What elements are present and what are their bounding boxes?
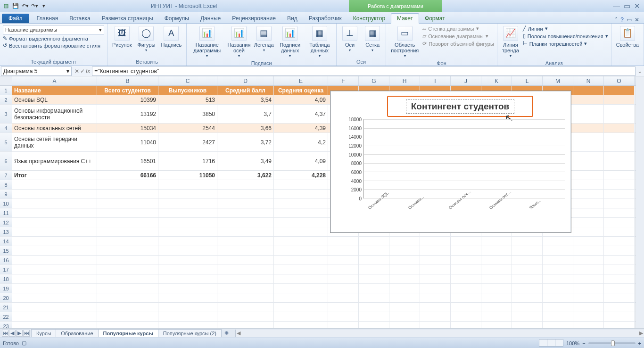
- cell[interactable]: [217, 227, 274, 236]
- next-sheet-icon[interactable]: ▶: [16, 330, 23, 337]
- cell[interactable]: [328, 293, 359, 302]
- row-header[interactable]: 18: [0, 274, 12, 283]
- row-header[interactable]: 16: [0, 256, 12, 265]
- cell[interactable]: [158, 303, 217, 312]
- redo-icon[interactable]: ↷▾: [30, 2, 39, 10]
- cell[interactable]: [328, 322, 359, 328]
- cell[interactable]: [97, 237, 158, 246]
- cell[interactable]: [359, 274, 389, 283]
- cell[interactable]: [604, 256, 635, 265]
- cell[interactable]: [604, 303, 635, 312]
- row-header[interactable]: 4: [0, 124, 12, 133]
- cell[interactable]: [158, 227, 217, 236]
- cell[interactable]: 1716: [158, 152, 217, 170]
- legend-button[interactable]: ▤Легенда▾: [254, 25, 274, 54]
- col-header-J[interactable]: J: [451, 76, 481, 85]
- cell[interactable]: [359, 303, 389, 312]
- cell[interactable]: 513: [158, 95, 217, 104]
- row-header[interactable]: 13: [0, 227, 12, 236]
- cell[interactable]: [274, 293, 328, 302]
- plot-area[interactable]: 0200040006000800010000120001400016000180…: [345, 119, 565, 227]
- cell[interactable]: 3850: [158, 105, 217, 123]
- cell[interactable]: [573, 208, 604, 217]
- cell[interactable]: [604, 265, 635, 274]
- cell[interactable]: [274, 227, 328, 236]
- cell[interactable]: [274, 303, 328, 312]
- cell[interactable]: 4,37: [274, 105, 328, 123]
- col-header-O[interactable]: O: [604, 76, 635, 85]
- data-labels-button[interactable]: 📊Подписи данных▾: [276, 25, 304, 59]
- cell[interactable]: [97, 190, 158, 199]
- cell[interactable]: [573, 256, 604, 265]
- picture-button[interactable]: 🖼Рисунок: [110, 25, 134, 49]
- cell[interactable]: [389, 256, 420, 265]
- sheet-tab[interactable]: Курсы: [31, 329, 56, 337]
- cell[interactable]: [512, 293, 543, 302]
- cell[interactable]: [97, 322, 158, 328]
- cell[interactable]: [158, 208, 217, 217]
- cell[interactable]: [543, 312, 573, 321]
- chart-title-button[interactable]: 📊Название диаграммы▾: [190, 25, 224, 59]
- tab-chart-format[interactable]: Формат: [419, 14, 451, 23]
- chart-element-selector[interactable]: Название диаграммы▾: [3, 25, 104, 34]
- row-header[interactable]: 21: [0, 303, 12, 312]
- cell[interactable]: Средний балл: [217, 86, 274, 95]
- cell[interactable]: [97, 312, 158, 321]
- cell[interactable]: [604, 284, 635, 293]
- cell[interactable]: [512, 274, 543, 283]
- tab-review[interactable]: Рецензирование: [226, 14, 281, 23]
- cell[interactable]: 66166: [97, 171, 158, 180]
- cell[interactable]: [451, 265, 481, 274]
- cell[interactable]: [389, 303, 420, 312]
- cell[interactable]: [328, 246, 359, 255]
- cell[interactable]: Выпускников: [158, 86, 217, 95]
- cell[interactable]: [328, 274, 359, 283]
- tab-formulas[interactable]: Формулы: [159, 14, 195, 23]
- minimize-ribbon-icon[interactable]: ˄: [615, 17, 618, 23]
- cell[interactable]: [420, 237, 451, 246]
- fx-icon[interactable]: fx: [86, 68, 90, 75]
- cell[interactable]: [451, 322, 481, 328]
- cell[interactable]: 3,72: [217, 133, 274, 151]
- cell[interactable]: [274, 256, 328, 265]
- cell[interactable]: Основы сетей передачи данных: [12, 133, 97, 151]
- cell[interactable]: 4,2: [274, 133, 328, 151]
- cell[interactable]: [328, 312, 359, 321]
- cell[interactable]: [97, 199, 158, 208]
- cell[interactable]: [573, 152, 604, 170]
- col-header-H[interactable]: H: [389, 76, 420, 85]
- select-all-corner[interactable]: [0, 76, 12, 85]
- cell[interactable]: [12, 246, 97, 255]
- cell[interactable]: [543, 293, 573, 302]
- cell[interactable]: [573, 190, 604, 199]
- cell[interactable]: [274, 190, 328, 199]
- tab-data[interactable]: Данные: [195, 14, 226, 23]
- cell[interactable]: [573, 86, 604, 95]
- cell[interactable]: [604, 180, 635, 189]
- row-header[interactable]: 11: [0, 208, 12, 217]
- cell[interactable]: [389, 246, 420, 255]
- cell[interactable]: [573, 293, 604, 302]
- properties-button[interactable]: 📋Свойства: [614, 25, 641, 49]
- cell[interactable]: [217, 190, 274, 199]
- col-header-G[interactable]: G: [359, 76, 389, 85]
- cell[interactable]: [451, 274, 481, 283]
- cell[interactable]: [97, 274, 158, 283]
- cell[interactable]: [217, 322, 274, 328]
- cell[interactable]: [543, 303, 573, 312]
- cell[interactable]: [420, 303, 451, 312]
- cell[interactable]: [604, 208, 635, 217]
- cell[interactable]: [217, 303, 274, 312]
- col-header-N[interactable]: N: [573, 76, 604, 85]
- tab-home[interactable]: Главная: [31, 14, 64, 23]
- cell[interactable]: [420, 256, 451, 265]
- cell[interactable]: [512, 303, 543, 312]
- vertical-scrollbar[interactable]: [636, 76, 644, 328]
- lines-button[interactable]: ╱Линии ▾: [523, 25, 608, 32]
- cell[interactable]: 4,39: [274, 124, 328, 133]
- row-header[interactable]: 14: [0, 237, 12, 246]
- cell[interactable]: [420, 274, 451, 283]
- cell[interactable]: [328, 237, 359, 246]
- cell[interactable]: [328, 284, 359, 293]
- trendline-button[interactable]: 📈Линия тренда▾: [500, 25, 521, 59]
